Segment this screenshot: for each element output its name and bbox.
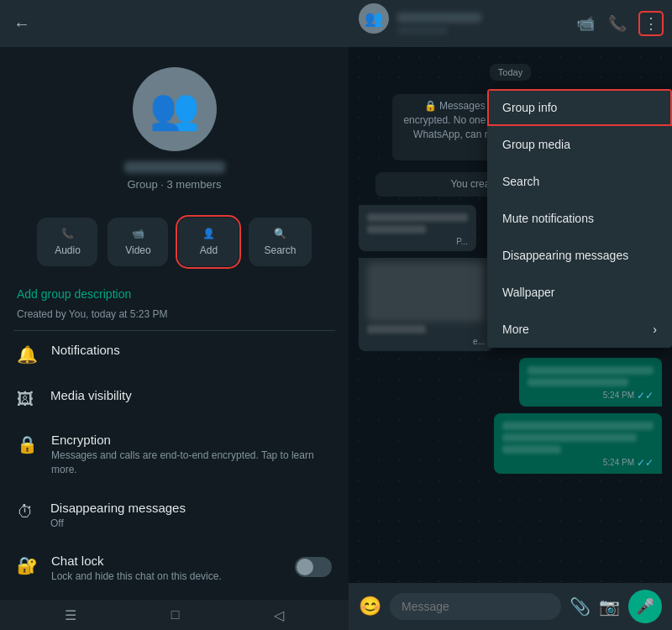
double-tick-icon: ✓✓ xyxy=(637,390,654,402)
chat-sub-blur xyxy=(397,26,448,34)
chat-lock-toggle[interactable] xyxy=(295,557,332,577)
left-panel: ← 👥 Group · 3 members 📞 Audio 📹 Video 👤 … xyxy=(0,0,349,630)
voice-message-button[interactable]: 🎤 xyxy=(628,590,662,623)
settings-item-disappearing[interactable]: ⏱ Disappearing messages Off xyxy=(0,489,349,543)
more-options-icon[interactable]: ⋮ xyxy=(640,13,662,34)
dropdown-item-group-media[interactable]: Group media xyxy=(487,126,672,163)
double-tick-icon-2: ✓✓ xyxy=(637,457,654,469)
dropdown-item-more[interactable]: More › xyxy=(487,311,672,348)
audio-button[interactable]: 📞 Audio xyxy=(37,218,97,266)
created-text: Created by You, today at 5:23 PM xyxy=(0,305,349,330)
settings-item-notifications[interactable]: 🔔 Notifications xyxy=(0,331,349,376)
chat-lock-sub: Lock and hide this chat on this device. xyxy=(51,570,281,584)
attach-button[interactable]: 📎 xyxy=(570,596,591,617)
video-button[interactable]: 📹 Video xyxy=(108,218,168,266)
video-icon: 📹 xyxy=(132,228,144,239)
top-bar: ← xyxy=(0,0,349,47)
image-icon: 🖼 xyxy=(17,390,37,409)
nav-home-icon[interactable]: □ xyxy=(171,607,180,622)
profile-name xyxy=(124,161,225,173)
msg-bubble-outgoing-1: 5:24 PM ✓✓ xyxy=(519,358,662,407)
chat-input-bar: 😊 📎 📷 🎤 xyxy=(349,583,672,630)
chat-avatar: 👥 xyxy=(359,3,389,34)
disappearing-sub: Off xyxy=(50,517,332,531)
chat-header: 👥 📹 📞 ⋮ xyxy=(349,0,672,47)
msg-bubble-outgoing-2: 5:24 PM ✓✓ xyxy=(494,413,662,474)
chat-lock-icon: 🔐 xyxy=(17,555,38,575)
group-subtitle: Group · 3 members xyxy=(128,178,222,191)
emoji-button[interactable]: 😊 xyxy=(359,596,381,617)
lock-icon: 🔒 xyxy=(17,434,38,454)
message-input[interactable] xyxy=(390,593,561,620)
nav-back-icon[interactable]: ◁ xyxy=(274,607,284,623)
add-button[interactable]: 👤 Add xyxy=(178,218,239,266)
back-button[interactable]: ← xyxy=(13,14,30,34)
bell-icon: 🔔 xyxy=(17,344,38,365)
phone-icon: 📞 xyxy=(61,228,74,239)
dropdown-menu: Group info Group media Search Mute notif… xyxy=(487,89,672,348)
mic-icon: 🎤 xyxy=(636,597,654,616)
encryption-label: Encryption xyxy=(51,433,332,447)
disappearing-label: Disappearing messages xyxy=(50,501,332,515)
date-badge: Today xyxy=(359,64,662,79)
profile-section: 👥 Group · 3 members xyxy=(0,47,349,218)
chat-header-actions: 📹 📞 ⋮ xyxy=(576,13,662,34)
nav-menu-icon[interactable]: ☰ xyxy=(65,607,76,623)
dropdown-item-disappearing-messages[interactable]: Disappearing messages xyxy=(487,237,672,274)
add-description-section: Add group description xyxy=(0,280,349,305)
settings-item-media-visibility[interactable]: 🖼 Media visibility xyxy=(0,376,349,421)
bottom-nav: ☰ □ ◁ xyxy=(0,600,349,630)
msg-row: 5:24 PM ✓✓ xyxy=(359,358,662,407)
dropdown-item-wallpaper[interactable]: Wallpaper xyxy=(487,274,672,311)
settings-item-chat-lock[interactable]: 🔐 Chat lock Lock and hide this chat on t… xyxy=(0,542,349,596)
timer-icon: ⏱ xyxy=(17,502,37,522)
chat-lock-label: Chat lock xyxy=(51,554,281,568)
chat-header-info xyxy=(397,13,568,34)
chat-name-blur xyxy=(397,13,481,23)
voice-call-icon[interactable]: 📞 xyxy=(608,14,627,33)
avatar: 👥 xyxy=(133,67,217,151)
msg-row: 5:24 PM ✓✓ xyxy=(359,413,662,474)
avatar-icon: 👥 xyxy=(150,86,200,133)
chat-avatar-icon: 👥 xyxy=(365,9,383,28)
video-call-icon[interactable]: 📹 xyxy=(576,14,595,33)
chevron-right-icon: › xyxy=(653,323,657,336)
msg-bubble-incoming-1: P... xyxy=(359,205,476,251)
settings-item-encryption[interactable]: 🔒 Encryption Messages and calls are end-… xyxy=(0,421,349,489)
camera-button[interactable]: 📷 xyxy=(599,596,620,617)
settings-list: 🔔 Notifications 🖼 Media visibility 🔒 Enc… xyxy=(0,331,349,630)
dropdown-item-group-info[interactable]: Group info xyxy=(487,89,672,126)
right-panel: 👥 📹 📞 ⋮ Today 🔒 Messages and calls are e… xyxy=(349,0,672,630)
media-visibility-label: Media visibility xyxy=(50,388,332,402)
encryption-sub: Messages and calls are end-to-end encryp… xyxy=(51,449,332,477)
search-icon: 🔍 xyxy=(274,228,286,239)
search-button[interactable]: 🔍 Search xyxy=(249,218,311,266)
add-description-link[interactable]: Add group description xyxy=(17,287,131,301)
chat-area: Today 🔒 Messages and calls are end-to-en… xyxy=(349,47,672,583)
add-person-icon: 👤 xyxy=(202,228,215,239)
dropdown-item-mute-notifications[interactable]: Mute notifications xyxy=(487,200,672,237)
msg-bubble-incoming-2: e... xyxy=(359,258,493,351)
action-buttons: 📞 Audio 📹 Video 👤 Add 🔍 Search xyxy=(0,218,349,280)
notifications-label: Notifications xyxy=(51,343,332,357)
dropdown-item-search[interactable]: Search xyxy=(487,163,672,200)
